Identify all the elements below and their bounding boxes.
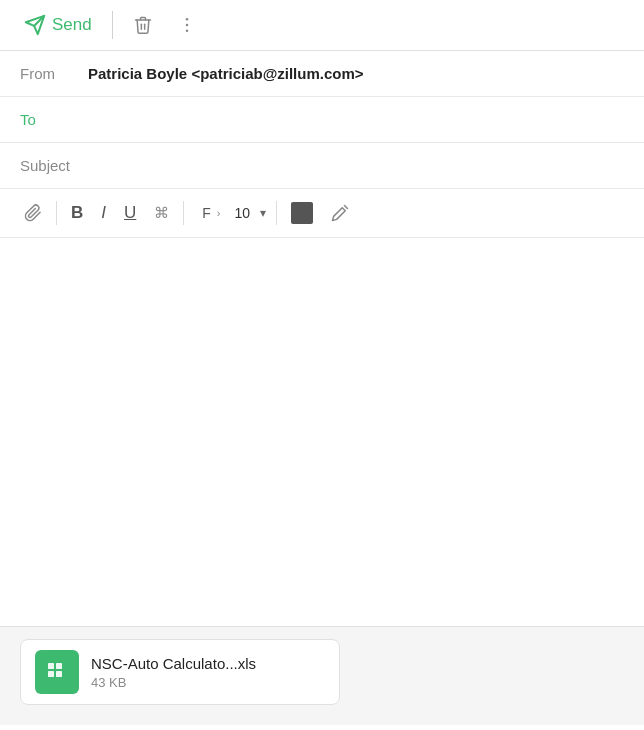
- attachment-file-icon: [35, 650, 79, 694]
- from-label: From: [20, 65, 88, 82]
- underline-button[interactable]: U: [116, 198, 144, 228]
- svg-point-3: [185, 24, 188, 27]
- format-divider-3: [276, 201, 277, 225]
- delete-button[interactable]: [125, 11, 161, 39]
- font-button[interactable]: F ›: [190, 198, 228, 228]
- svg-rect-10: [56, 671, 62, 677]
- send-button[interactable]: Send: [16, 10, 100, 40]
- italic-button[interactable]: I: [93, 198, 114, 228]
- pen-button[interactable]: [323, 199, 357, 227]
- send-icon: [24, 14, 46, 36]
- font-size-control: 10 ▾: [231, 203, 271, 223]
- font-size-dropdown[interactable]: ▾: [256, 204, 270, 222]
- bold-button[interactable]: B: [63, 198, 91, 228]
- toolbar-divider: [112, 11, 113, 39]
- attachment-area: NSC-Auto Calculato...xls 43 KB: [0, 626, 644, 725]
- subject-input[interactable]: [88, 157, 624, 174]
- format-toolbar: B I U ⌘ F › 10 ▾: [0, 189, 644, 238]
- attachment-item[interactable]: NSC-Auto Calculato...xls 43 KB: [20, 639, 340, 705]
- pen-icon: [331, 204, 349, 222]
- more-icon: [177, 15, 197, 35]
- svg-line-5: [345, 206, 348, 209]
- attachment-size: 43 KB: [91, 675, 256, 690]
- format-divider-2: [183, 201, 184, 225]
- svg-point-2: [185, 18, 188, 21]
- attachment-info: NSC-Auto Calculato...xls 43 KB: [91, 655, 256, 690]
- send-label: Send: [52, 15, 92, 35]
- svg-point-4: [185, 30, 188, 33]
- subject-label: Subject: [20, 157, 88, 174]
- to-row: To: [0, 97, 644, 143]
- to-input[interactable]: [88, 111, 624, 128]
- color-swatch: [291, 202, 313, 224]
- email-body[interactable]: [0, 238, 644, 518]
- from-row: From Patricia Boyle <patriciab@zillum.co…: [0, 51, 644, 97]
- to-label: To: [20, 111, 88, 128]
- command-symbol: ⌘: [154, 204, 169, 222]
- format-divider-1: [56, 201, 57, 225]
- attachment-name: NSC-Auto Calculato...xls: [91, 655, 256, 672]
- toolbar: Send: [0, 0, 644, 51]
- font-size-arrow: ▾: [260, 206, 266, 220]
- command-button[interactable]: ⌘: [146, 199, 177, 227]
- from-value: Patricia Boyle <patriciab@zillum.com>: [88, 65, 364, 82]
- font-arrow: ›: [217, 207, 221, 219]
- attachment-button[interactable]: [16, 199, 50, 227]
- more-options-button[interactable]: [169, 11, 205, 39]
- subject-row: Subject: [0, 143, 644, 189]
- color-picker-button[interactable]: [283, 197, 321, 229]
- font-size-value: 10: [231, 203, 255, 223]
- font-label: F: [198, 203, 215, 223]
- svg-rect-8: [56, 663, 62, 669]
- spreadsheet-icon: [43, 658, 71, 686]
- svg-rect-9: [48, 671, 54, 677]
- trash-icon: [133, 15, 153, 35]
- svg-rect-7: [48, 663, 54, 669]
- paperclip-icon: [24, 204, 42, 222]
- compose-area: From Patricia Boyle <patriciab@zillum.co…: [0, 51, 644, 725]
